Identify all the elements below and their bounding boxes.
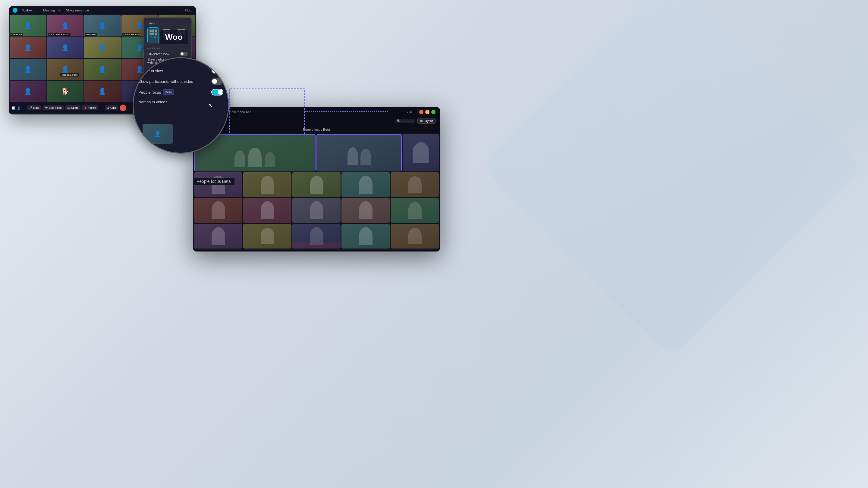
large-person-11 xyxy=(292,198,341,223)
large-cell-6 xyxy=(292,172,341,197)
mag-show-participants-label: Show participants without video xyxy=(138,79,193,84)
person-img-6: 👤 xyxy=(10,37,46,59)
large-bottom-toolbar: 🔄 💬 ▾ 🎤 Mute ▾ 📷 Start video ▾ 📤 Share ⏺… xyxy=(193,250,440,252)
mag-video-preview: 👤 xyxy=(143,124,173,144)
fullscreen-toggle[interactable] xyxy=(180,52,188,56)
large-cell-8 xyxy=(391,172,439,197)
mag-beta-badge: Beta xyxy=(163,90,174,95)
close-window-btn[interactable] xyxy=(419,110,424,114)
share-button-small[interactable]: 📤 Share xyxy=(65,105,81,110)
name-badge-2: She-a OFFICE ROOM xyxy=(48,33,70,36)
record-button-small[interactable]: ⏺ Record xyxy=(82,105,98,110)
small-meeting-info[interactable]: Meeting info xyxy=(43,8,61,12)
name-badge-1: She-a office xyxy=(10,33,23,36)
small-title-sep: · xyxy=(37,8,38,12)
large-titlebar: Meeting info Show menu bar 12:40 xyxy=(193,107,440,117)
people-focus-header: People focus Beta xyxy=(193,125,440,133)
mag-names-label: Names in videos xyxy=(138,100,167,104)
mag-people-focus-label: People focus Beta xyxy=(138,90,174,95)
layout-button-large[interactable]: ⊞ Layout xyxy=(417,118,435,124)
large-cell-15 xyxy=(243,224,291,249)
name-badge-3: Kevin Woo xyxy=(85,33,97,36)
apps-button-small[interactable]: ⊞ Apps xyxy=(105,105,118,110)
grid-layout-btn[interactable]: Grid xyxy=(147,27,159,43)
large-video-grid xyxy=(193,133,440,250)
name-badge-4: Isabelle Brennan xyxy=(122,33,140,36)
large-grid-row-4 xyxy=(194,224,439,249)
large-cell-9 xyxy=(194,198,242,223)
grid-icon-large: ⊞ xyxy=(420,119,423,123)
person-img-18: 👤 xyxy=(84,81,121,102)
people-focus-tag-label: People focus Beta xyxy=(303,128,330,131)
small-video-cell-11: 👤 xyxy=(10,59,46,80)
search-bar-large[interactable]: 🔍 ———— xyxy=(395,119,415,123)
large-cell-2 xyxy=(316,134,402,171)
jessica-name-label: Jessica Larson xyxy=(60,73,79,76)
large-person-3 xyxy=(403,134,439,171)
mag-screen-toggle[interactable] xyxy=(211,67,223,74)
webex-logo-small xyxy=(13,8,18,13)
mag-screen-view-row: …screen view xyxy=(138,67,223,74)
minimize-window-btn[interactable] xyxy=(425,110,430,114)
fullscreen-label: Full-screen view xyxy=(147,53,169,56)
large-person-7 xyxy=(341,172,390,197)
large-person-6 xyxy=(292,172,341,197)
person-img-16: 👤 xyxy=(10,81,46,102)
small-video-cell-7: 👤 xyxy=(47,37,84,59)
person-img-12: 👤 xyxy=(47,59,84,80)
magnified-circle: …screen view Show participants without v… xyxy=(133,57,229,154)
large-person-10 xyxy=(243,198,291,223)
large-person-9 xyxy=(194,198,242,223)
cell-status-overlay xyxy=(292,242,341,249)
mag-people-focus-row: People focus Beta xyxy=(138,89,223,96)
grid-label: Grid xyxy=(150,36,156,39)
small-time: 12:40 xyxy=(185,9,192,12)
large-toolbar-top: 🔍 ———— ⊞ Layout xyxy=(193,117,440,125)
stop-video-button-small[interactable]: 📷 Stop video xyxy=(43,105,64,110)
fullscreen-option: Full-screen view xyxy=(147,52,188,56)
small-video-cell-8: 👤 xyxy=(84,37,121,59)
small-video-cell-2: 👤 She-a OFFICE ROOM xyxy=(47,15,84,36)
small-video-cell-3: 👤 Kevin Woo xyxy=(84,15,121,36)
large-cell-5 xyxy=(243,172,291,197)
large-cell-3 xyxy=(403,134,439,171)
large-cell-16 xyxy=(292,224,341,249)
person-img-13: 👤 xyxy=(84,59,121,80)
options-title: Options xyxy=(147,47,188,50)
large-cell-10 xyxy=(243,198,291,223)
layout-panel-title: Layout xyxy=(147,22,188,25)
end-call-button-small[interactable] xyxy=(120,104,126,111)
large-person-14 xyxy=(194,224,242,249)
large-cell-14 xyxy=(194,224,242,249)
mute-button-small[interactable]: 🎤 Mute xyxy=(27,105,41,110)
large-person-2 xyxy=(317,135,401,171)
large-person-5 xyxy=(243,172,291,197)
mag-people-focus-toggle[interactable] xyxy=(211,89,223,96)
person-img-11: 👤 xyxy=(10,59,46,80)
window-controls xyxy=(419,110,435,114)
mag-show-participants-toggle[interactable] xyxy=(211,78,223,85)
large-cell-12 xyxy=(341,198,390,223)
person-img-7: 👤 xyxy=(47,37,84,59)
person-img-17: 🐕 xyxy=(47,81,84,102)
woo-popup: Woo xyxy=(160,30,188,44)
large-person-12 xyxy=(341,198,390,223)
grid-icon xyxy=(150,30,157,35)
large-grid-row-3 xyxy=(194,198,439,223)
large-person-8 xyxy=(391,172,439,197)
large-people-focus-header-label: People focus Beta xyxy=(193,178,235,185)
large-cell-7 xyxy=(341,172,390,197)
maximize-window-btn[interactable] xyxy=(431,110,435,114)
large-time: 12:40 xyxy=(405,110,413,114)
small-titlebar: Webex · Meeting info Show menu bar 12:40 xyxy=(9,6,196,14)
small-video-cell-16: 👤 xyxy=(10,81,46,102)
large-show-menu[interactable]: Show menu bar xyxy=(227,110,251,114)
small-show-menu[interactable]: Show menu bar xyxy=(66,8,89,12)
large-cell-18 xyxy=(391,224,439,249)
large-grid-row-1 xyxy=(194,134,439,171)
large-person-17 xyxy=(341,224,390,249)
large-cell-17 xyxy=(341,224,390,249)
large-cell-13 xyxy=(391,198,439,223)
person-img-8: 👤 xyxy=(84,37,121,59)
small-video-cell-18: 👤 xyxy=(84,81,121,102)
